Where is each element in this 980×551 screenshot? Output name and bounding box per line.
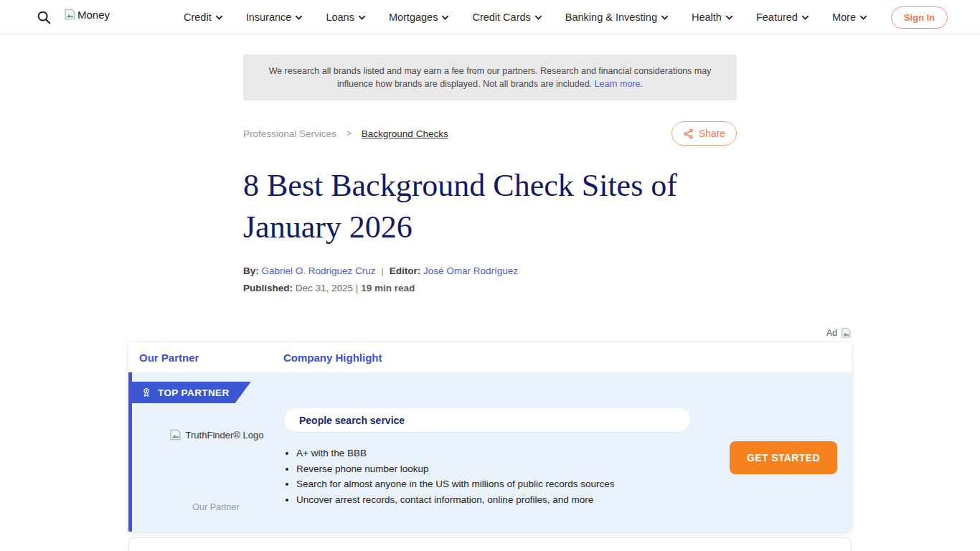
page-title: 8 Best Background Check Sites of January…: [243, 165, 737, 248]
publish-info: Published: Dec 31, 2025 | 19 min read: [243, 283, 737, 293]
partner-logo-alt-text: TruthFinder® Logo: [186, 430, 264, 441]
nav-item-featured[interactable]: Featured: [756, 11, 809, 23]
highlight-bullet: Uncover arrest records, contact informat…: [296, 492, 614, 508]
nav-item-loans[interactable]: Loans: [326, 11, 366, 23]
chevron-down-icon: [801, 14, 809, 22]
by-label: By:: [243, 265, 259, 276]
chevron-down-icon: [295, 14, 303, 22]
nav-item-more[interactable]: More: [832, 11, 867, 23]
breadcrumb: Professional Services > Background Check…: [243, 128, 448, 139]
ad-label: Ad: [826, 328, 837, 338]
top-navigation-bar: Money Credit Insurance Loans Mortgages C…: [0, 0, 980, 34]
breadcrumb-chevron-icon: >: [347, 128, 352, 138]
share-button[interactable]: Share: [672, 121, 737, 146]
our-partner-note: Our Partner: [148, 502, 284, 512]
partner-card-header: Our Partner Company Highlight: [128, 342, 852, 372]
top-partner-card: Our Partner Company Highlight TOP PARTNE…: [128, 342, 852, 532]
logo-text: Money: [77, 9, 110, 21]
top-partner-ribbon: TOP PARTNER: [132, 382, 251, 403]
nav-item-credit-cards[interactable]: Credit Cards: [472, 11, 542, 23]
disclosure-text: We research all brands listed and may ea…: [269, 66, 712, 89]
primary-nav: Credit Insurance Loans Mortgages Credit …: [184, 0, 867, 34]
broken-image-icon: [63, 8, 76, 21]
author-link[interactable]: Gabriel O. Rodriguez Cruz: [262, 265, 376, 276]
broken-image-icon: [840, 327, 852, 339]
nav-item-insurance[interactable]: Insurance: [246, 11, 303, 23]
highlight-bullet: Search for almost anyone in the US with …: [296, 476, 614, 492]
breadcrumb-parent-link[interactable]: Professional Services: [243, 128, 336, 139]
share-label: Share: [699, 128, 725, 139]
our-partner-column-header: Our Partner: [128, 352, 283, 364]
ribbon-label: TOP PARTNER: [158, 387, 230, 398]
service-category-pill: People search service: [284, 408, 690, 432]
money-logo[interactable]: Money: [63, 8, 110, 21]
company-highlight-column-header: Company Highlight: [283, 352, 382, 364]
ad-label-row: Ad: [128, 326, 852, 339]
chevron-down-icon: [441, 14, 449, 22]
broken-image-icon: [169, 428, 182, 441]
chevron-down-icon: [215, 14, 223, 22]
search-icon[interactable]: [36, 9, 53, 26]
breadcrumb-current-link[interactable]: Background Checks: [362, 128, 448, 139]
chevron-down-icon: [859, 14, 867, 22]
sign-in-button[interactable]: Sign In: [891, 6, 948, 29]
share-icon: [683, 128, 694, 139]
nav-item-mortgages[interactable]: Mortgages: [389, 11, 450, 23]
nav-item-banking-investing[interactable]: Banking & Investing: [565, 11, 669, 23]
get-started-button[interactable]: GET STARTED: [730, 441, 837, 474]
editor-link[interactable]: José Omar Rodríguez: [423, 265, 518, 276]
byline: By: Gabriel O. Rodriguez Cruz | Editor: …: [243, 265, 737, 276]
nav-item-credit[interactable]: Credit: [184, 11, 223, 23]
advertiser-disclosure: We research all brands listed and may ea…: [243, 55, 737, 100]
chevron-down-icon: [358, 14, 366, 22]
chevron-down-icon: [661, 14, 669, 22]
highlight-bullet-list: A+ with the BBB Reverse phone number loo…: [296, 446, 614, 507]
next-partner-card-partial: [128, 537, 852, 551]
highlight-bullet: Reverse phone number lookup: [296, 461, 614, 477]
highlight-bullet: A+ with the BBB: [296, 446, 614, 461]
published-label: Published:: [243, 283, 293, 293]
editor-label: Editor:: [390, 265, 421, 276]
partner-logo[interactable]: TruthFinder® Logo: [148, 428, 284, 441]
learn-more-link[interactable]: Learn more: [595, 79, 641, 89]
medal-icon: [141, 387, 152, 398]
chevron-down-icon: [534, 14, 542, 22]
published-date: Dec 31, 2025: [296, 283, 353, 293]
read-time: 19 min read: [361, 283, 415, 293]
chevron-down-icon: [725, 14, 733, 22]
nav-item-health[interactable]: Health: [692, 11, 733, 23]
partner-card-body: TOP PARTNER TruthFinder® Logo Our Partne…: [128, 372, 852, 532]
